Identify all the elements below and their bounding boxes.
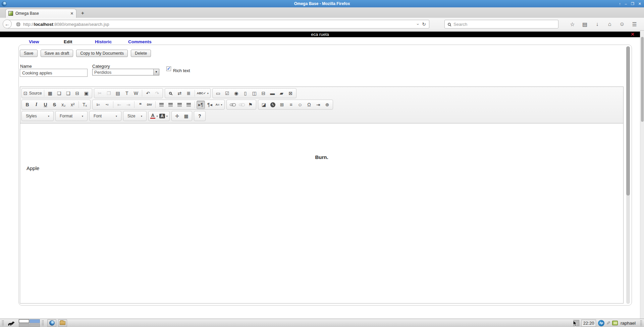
workspace-3[interactable]	[19, 323, 29, 327]
new-tab-button[interactable]: +	[81, 10, 84, 16]
source-button[interactable]: ⊡Source	[23, 89, 42, 98]
nav-link-comments[interactable]: Comments	[128, 39, 152, 44]
paste-button[interactable]: ▤	[114, 89, 122, 98]
editor-paragraph-apple[interactable]: Apple	[20, 165, 623, 171]
checkbox-field-button[interactable]: ☑	[223, 89, 231, 98]
page-break-button[interactable]: ⇥	[314, 101, 322, 109]
maximize-window-button[interactable]: ❐	[631, 0, 634, 7]
find-button[interactable]	[166, 89, 175, 98]
button-field-button[interactable]: ▬	[268, 89, 277, 98]
panel-scrollbar-thumb[interactable]	[626, 46, 630, 196]
search-bar[interactable]: Search	[444, 20, 558, 29]
anchor-button[interactable]: ⚑	[246, 101, 255, 109]
taskbar-grip[interactable]	[2, 320, 4, 326]
form-button[interactable]: ▭	[214, 89, 222, 98]
remove-format-button[interactable]: Tₓ	[80, 101, 89, 109]
brush-icon[interactable]: ✎	[605, 321, 611, 325]
minimize-window-button[interactable]: –	[625, 0, 627, 7]
special-character-button[interactable]: Ω	[305, 101, 313, 109]
url-bar[interactable]: http://localhost:8080/omegabase/search.j…	[7, 20, 429, 29]
link-button[interactable]	[228, 101, 236, 109]
font-dropdown[interactable]: Font▾	[91, 112, 120, 120]
horizontal-rule-button[interactable]: ≡	[287, 101, 295, 109]
banner-close-icon[interactable]: ✕	[631, 32, 635, 37]
back-button[interactable]: ←	[3, 19, 12, 29]
paste-as-text-button[interactable]: T	[123, 89, 131, 98]
save-button[interactable]: ▦	[46, 89, 54, 98]
workspace-2[interactable]	[30, 319, 40, 323]
taskbar-firefox-button[interactable]	[47, 319, 56, 327]
taskbar-file-manager-button[interactable]	[58, 319, 67, 327]
strikethrough-button[interactable]: S	[50, 101, 59, 109]
smiley-button[interactable]: ☺	[296, 101, 304, 109]
flash-button[interactable]: ϟ	[269, 101, 277, 109]
hello-icon[interactable]: ☺	[616, 21, 628, 27]
image-button-field-button[interactable]: ▰	[277, 89, 286, 98]
align-left-button[interactable]	[157, 101, 166, 109]
subscript-button[interactable]: x₂	[59, 101, 68, 109]
shade-window-button[interactable]: ↑	[619, 0, 621, 7]
image-button[interactable]: ◪	[260, 101, 268, 109]
select-field-button[interactable]: ⊟	[259, 89, 268, 98]
tab-close-icon[interactable]: ✕	[70, 11, 73, 16]
site-identity-globe-icon[interactable]	[16, 22, 20, 26]
align-center-button[interactable]	[166, 101, 175, 109]
italic-button[interactable]: I	[32, 101, 41, 109]
taskbar-grip-3[interactable]	[640, 320, 642, 326]
downloads-icon[interactable]: ↓	[591, 21, 603, 27]
radio-field-button[interactable]: ◉	[232, 89, 240, 98]
templates-button[interactable]: ▣	[82, 89, 91, 98]
spell-check-button[interactable]: ABC✓▾	[197, 89, 209, 98]
background-color-button[interactable]: A▾	[159, 112, 168, 120]
save-as-draft-button[interactable]: Save as draft	[41, 50, 73, 57]
nav-link-edit[interactable]: Edit	[64, 39, 72, 44]
justify-button[interactable]	[184, 101, 193, 109]
bookmarks-menu-icon[interactable]: ▤	[579, 21, 591, 28]
nav-link-view[interactable]: View	[29, 39, 39, 44]
text-direction-ltr-button[interactable]: ▸¶	[197, 101, 205, 109]
replace-button[interactable]: ⇄	[175, 89, 184, 98]
numbered-list-button[interactable]: 1≡	[94, 101, 102, 109]
text-color-button[interactable]: A▾	[150, 112, 158, 120]
language-button[interactable]: A≡▾	[215, 101, 223, 109]
reload-icon[interactable]: ↻	[422, 21, 426, 27]
taskbar-grip-2[interactable]	[42, 320, 44, 326]
editor-paragraph-burn[interactable]: Burn.	[20, 154, 623, 160]
maximize-button[interactable]: ✛	[173, 112, 181, 120]
preview-button[interactable]: ❑	[64, 89, 72, 98]
size-dropdown[interactable]: Size▾	[125, 112, 145, 120]
category-dropdown-arrow-icon[interactable]: ▼	[153, 69, 159, 75]
network-icon[interactable]	[612, 321, 618, 325]
nav-link-historic[interactable]: Historic	[95, 39, 112, 44]
delete-button[interactable]: Delete	[131, 50, 151, 57]
styles-dropdown[interactable]: Styles▾	[23, 112, 52, 120]
dog-icon[interactable]	[7, 320, 15, 326]
select-all-button[interactable]: ≣	[184, 89, 193, 98]
workspace-1[interactable]	[19, 319, 29, 323]
underline-button[interactable]: U	[41, 101, 50, 109]
show-blocks-button[interactable]: ▦	[182, 112, 191, 120]
close-window-button[interactable]: ✕	[638, 0, 641, 7]
menu-icon[interactable]: ☰	[628, 21, 641, 28]
new-page-button[interactable]: ❏	[55, 89, 63, 98]
align-right-button[interactable]	[175, 101, 184, 109]
save-document-button[interactable]: Save	[20, 50, 38, 57]
editor-content[interactable]: Burn. Apple	[20, 123, 623, 303]
tab-omega-base[interactable]: Omega Base ✕	[5, 9, 76, 18]
hidden-field-button[interactable]: ⊠	[286, 89, 295, 98]
window-scrollbar[interactable]	[640, 31, 644, 319]
workspace-switcher[interactable]	[18, 319, 40, 327]
blockquote-button[interactable]: ❝	[136, 101, 145, 109]
copy-to-my-documents-button[interactable]: Copy to My Documents	[76, 50, 128, 57]
undo-button[interactable]: ↶	[144, 89, 152, 98]
text-field-button[interactable]: ▯	[241, 89, 250, 98]
name-input[interactable]	[20, 69, 88, 77]
create-div-button[interactable]: DIV	[145, 101, 154, 109]
bold-button[interactable]: B	[23, 101, 32, 109]
format-dropdown[interactable]: Format▾	[57, 112, 86, 120]
textarea-field-button[interactable]: ◫	[250, 89, 259, 98]
table-button[interactable]: ⊞	[278, 101, 286, 109]
iframe-button[interactable]: ⊕	[323, 101, 331, 109]
bulleted-list-button[interactable]: •≡	[103, 101, 111, 109]
paste-from-word-button[interactable]: W	[132, 89, 140, 98]
